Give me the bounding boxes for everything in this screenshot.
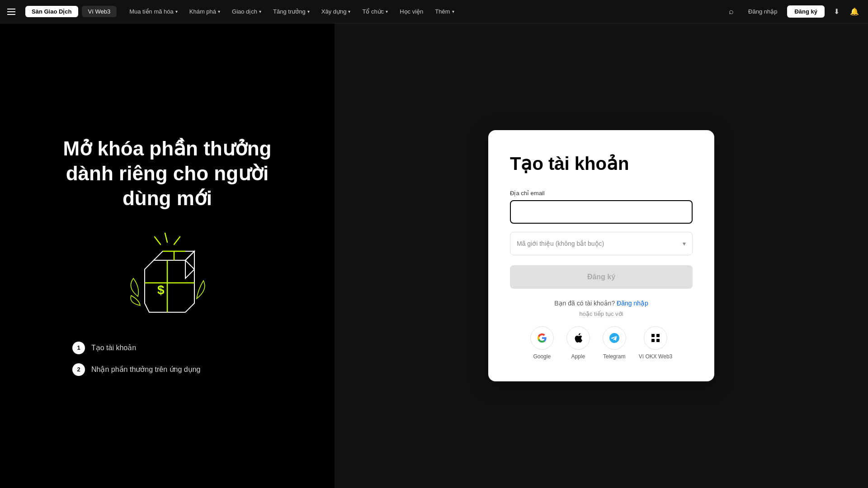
bell-icon[interactable]: 🔔 xyxy=(848,5,861,18)
step-2: 2 Nhận phần thưởng trên ứng dụng xyxy=(72,363,200,376)
nav-link-trade[interactable]: Giao dịch ▾ xyxy=(226,6,267,17)
chevron-down-icon: ▾ xyxy=(259,9,261,14)
apple-label: Apple xyxy=(571,353,585,360)
referral-placeholder: Mã giới thiệu (không bắt buộc) xyxy=(517,240,604,247)
chevron-down-icon: ▾ xyxy=(307,9,310,14)
hero-illustration: $ xyxy=(113,229,222,319)
telegram-label: Telegram xyxy=(603,353,625,360)
nav-tab-exchange[interactable]: Sàn Giao Dịch xyxy=(25,6,78,17)
nav-links: Mua tiền mã hóa ▾ Khám phá ▾ Giao dịch ▾… xyxy=(124,6,720,17)
steps-list: 1 Tạo tài khoản 2 Nhận phần thưởng trên … xyxy=(72,342,200,376)
form-title: Tạo tài khoản xyxy=(510,154,693,174)
apple-icon-circle xyxy=(566,326,590,350)
email-input[interactable] xyxy=(510,200,693,224)
login-button[interactable]: Đăng nhập xyxy=(744,6,782,17)
google-icon xyxy=(537,333,547,343)
svg-rect-9 xyxy=(656,334,660,337)
chevron-down-icon: ▾ xyxy=(452,9,454,14)
nav-link-buy[interactable]: Mua tiền mã hóa ▾ xyxy=(124,6,183,17)
signup-form-card: Tạo tài khoản Địa chỉ email Mã giới thiệ… xyxy=(488,130,714,381)
svg-rect-11 xyxy=(656,339,660,342)
step-2-number: 2 xyxy=(72,363,85,376)
navbar: Sàn Giao Dịch Ví Web3 Mua tiền mã hóa ▾ … xyxy=(0,0,868,23)
nav-link-explore[interactable]: Khám phá ▾ xyxy=(184,6,226,17)
chevron-down-icon: ▾ xyxy=(386,9,388,14)
chevron-down-icon: ▾ xyxy=(683,240,686,247)
nav-link-grow[interactable]: Tăng trưởng ▾ xyxy=(268,6,315,17)
chevron-down-icon: ▾ xyxy=(175,9,178,14)
step-1-label: Tạo tài khoản xyxy=(91,343,136,352)
signup-submit-button[interactable]: Đăng ký xyxy=(510,265,693,289)
telegram-icon-circle xyxy=(603,326,626,350)
hero-title: Mở khóa phần thưởng dành riêng cho người… xyxy=(41,136,294,211)
step-2-label: Nhận phần thưởng trên ứng dụng xyxy=(91,365,200,374)
okx-icon xyxy=(650,333,661,343)
email-label: Địa chỉ email xyxy=(510,190,693,197)
step-1-number: 1 xyxy=(72,342,85,354)
or-continue-text: hoặc tiếp tục với xyxy=(510,310,693,317)
apple-icon xyxy=(574,333,583,343)
svg-line-1 xyxy=(174,237,180,244)
hamburger-icon[interactable] xyxy=(7,5,20,18)
telegram-login-button[interactable]: Telegram xyxy=(603,326,626,360)
apple-login-button[interactable]: Apple xyxy=(566,326,590,360)
nav-link-build[interactable]: Xây dựng ▾ xyxy=(316,6,356,17)
nav-link-academy[interactable]: Học viện xyxy=(394,6,429,17)
svg-rect-8 xyxy=(651,334,655,337)
okx-web3-login-button[interactable]: Ví OKX Web3 xyxy=(639,326,672,360)
referral-dropdown[interactable]: Mã giới thiệu (không bắt buộc) ▾ xyxy=(510,232,693,255)
nav-right: ⌕ Đăng nhập Đăng ký ⬇ 🔔 xyxy=(724,5,861,19)
login-hint: Bạn đã có tài khoản? Đăng nhập xyxy=(510,300,693,307)
left-panel: Mở khóa phần thưởng dành riêng cho người… xyxy=(0,23,335,488)
okx-icon-circle xyxy=(644,326,667,350)
login-link[interactable]: Đăng nhập xyxy=(617,300,648,307)
main-content: Mở khóa phần thưởng dành riêng cho người… xyxy=(0,23,868,488)
right-panel: Tạo tài khoản Địa chỉ email Mã giới thiệ… xyxy=(335,23,868,488)
nav-tab-web3[interactable]: Ví Web3 xyxy=(82,6,117,17)
google-label: Google xyxy=(533,353,551,360)
okx-label: Ví OKX Web3 xyxy=(639,353,672,360)
svg-text:$: $ xyxy=(157,283,165,297)
search-icon[interactable]: ⌕ xyxy=(724,5,738,19)
step-1: 1 Tạo tài khoản xyxy=(72,342,200,354)
signup-button[interactable]: Đăng ký xyxy=(787,5,825,18)
telegram-icon xyxy=(609,333,619,343)
google-icon-circle xyxy=(530,326,554,350)
chevron-down-icon: ▾ xyxy=(218,9,220,14)
chevron-down-icon: ▾ xyxy=(348,9,350,14)
nav-link-org[interactable]: Tổ chức ▾ xyxy=(357,6,393,17)
svg-line-0 xyxy=(165,233,167,242)
svg-line-2 xyxy=(155,237,160,244)
nav-link-more[interactable]: Thêm ▾ xyxy=(429,6,459,17)
svg-rect-10 xyxy=(651,339,655,342)
google-login-button[interactable]: Google xyxy=(530,326,554,360)
social-logins: Google Apple xyxy=(510,326,693,360)
download-icon[interactable]: ⬇ xyxy=(830,5,843,18)
